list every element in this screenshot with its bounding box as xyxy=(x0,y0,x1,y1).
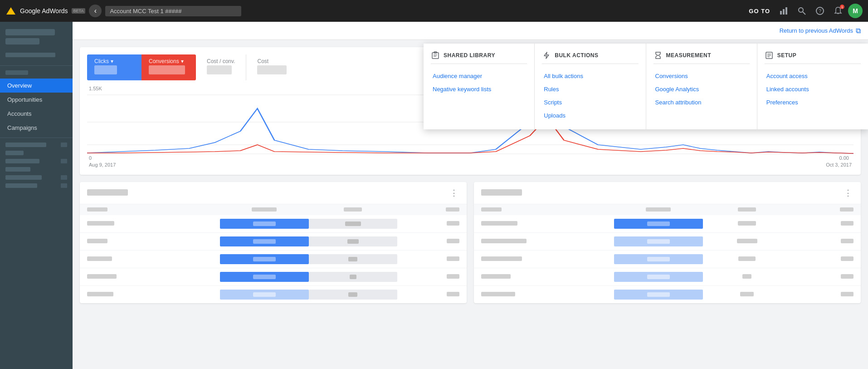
conversions-value xyxy=(149,65,185,77)
return-bar[interactable]: Return to previous AdWords ⧉ xyxy=(73,22,868,40)
preferences-link[interactable]: Preferences xyxy=(765,96,861,109)
chart-x-right: Oct 3, 2017 xyxy=(826,162,852,167)
notification-count: 1 xyxy=(840,5,844,9)
svg-marker-17 xyxy=(544,52,549,59)
accounts-col-3-header xyxy=(397,207,459,212)
campaigns-table-row[interactable] xyxy=(474,286,861,303)
rules-link[interactable]: Rules xyxy=(542,83,638,96)
help-icon-button[interactable]: ? xyxy=(812,3,828,19)
accounts-row1-col2 xyxy=(309,219,397,229)
measurement-header: MEASUREMENT xyxy=(653,51,750,64)
return-bar-text: Return to previous AdWords xyxy=(780,27,853,34)
setup-header: SETUP xyxy=(765,51,861,64)
sidebar-account-name-blur xyxy=(5,29,55,35)
sidebar-account-info xyxy=(0,25,73,51)
campaigns-card-title xyxy=(481,189,522,197)
blur-icon-1 xyxy=(61,143,67,147)
conversions-link[interactable]: Conversions xyxy=(653,69,750,83)
accounts-row4-col1 xyxy=(220,272,308,282)
sidebar-item-campaigns[interactable]: Campaigns xyxy=(0,121,73,135)
linked-accounts-link[interactable]: Linked accounts xyxy=(765,83,861,96)
conversions-metric-button[interactable]: Conversions ▾ xyxy=(141,54,196,80)
sidebar-search-blur xyxy=(5,53,55,57)
sidebar-item-overview[interactable]: Overview xyxy=(0,79,73,93)
account-name-display[interactable]: Account MCC Test 1 ##### xyxy=(105,6,241,16)
blur-row-5 xyxy=(5,175,42,180)
accounts-card: ⋮ xyxy=(80,182,467,303)
campaigns-table-row[interactable] xyxy=(474,233,861,251)
clicks-value-blur xyxy=(94,65,117,74)
accounts-row1-col3 xyxy=(447,221,459,226)
clicks-metric-button[interactable]: Clicks ▾ xyxy=(87,54,141,80)
sidebar-label-area xyxy=(0,69,73,79)
accounts-table-row[interactable] xyxy=(80,215,467,233)
accounts-table-row[interactable] xyxy=(80,286,467,303)
camp-col3-blur xyxy=(840,207,853,212)
logo-text: Google AdWords xyxy=(20,7,68,15)
lightning-icon xyxy=(542,51,551,59)
chart-x-left: Aug 9, 2017 xyxy=(89,162,116,167)
accounts-table-row[interactable] xyxy=(80,268,467,286)
sidebar-item-opportunities[interactable]: Opportunities xyxy=(0,93,73,107)
blur-row-1 xyxy=(5,143,46,147)
negative-keyword-lists-link[interactable]: Negative keyword lists xyxy=(431,83,527,96)
search-attribution-link[interactable]: Search attribution xyxy=(653,96,750,109)
uploads-link[interactable]: Uploads xyxy=(542,109,638,122)
campaigns-col-2-header xyxy=(703,207,791,212)
sidebar-collapse-button[interactable]: ‹ xyxy=(89,5,102,17)
search-icon-button[interactable] xyxy=(794,3,810,19)
stats-icon-button[interactable] xyxy=(775,3,792,19)
shared-library-header: SHARED LIBRARY xyxy=(431,51,527,64)
accounts-col-0-header xyxy=(87,207,220,212)
campaigns-card-menu-button[interactable]: ⋮ xyxy=(843,187,853,198)
campaigns-table-row[interactable] xyxy=(474,215,861,233)
campaigns-card-header: ⋮ xyxy=(474,182,861,204)
camp-row2-col2 xyxy=(737,239,757,243)
campaigns-table-row[interactable] xyxy=(474,268,861,286)
shared-library-icon xyxy=(431,51,440,60)
col2-blur xyxy=(344,207,362,212)
cost-per-conv-blur xyxy=(207,65,232,74)
accounts-row2-col1 xyxy=(220,236,308,246)
content-area: Return to previous AdWords ⧉ Clicks ▾ xyxy=(73,22,868,369)
scripts-link[interactable]: Scripts xyxy=(542,96,638,109)
sidebar-overview-label: Overview xyxy=(7,82,32,89)
camp-row3-col0 xyxy=(481,256,522,261)
accounts-row2-col3 xyxy=(447,239,459,243)
accounts-table-row[interactable] xyxy=(80,233,467,251)
measurement-section: MEASUREMENT Conversions Google Analytics… xyxy=(646,44,757,129)
sidebar-campaigns-label: Campaigns xyxy=(7,124,37,131)
accounts-card-menu-button[interactable]: ⋮ xyxy=(449,187,459,198)
campaigns-table-row[interactable] xyxy=(474,251,861,268)
all-bulk-actions-link[interactable]: All bulk actions xyxy=(542,69,638,83)
camp-row5-col1 xyxy=(614,290,702,300)
cost-per-conv-label: Cost / conv. xyxy=(207,58,235,64)
go-to-label: GO TO xyxy=(749,8,770,15)
blur-row-3 xyxy=(5,159,39,163)
blur-icon-2 xyxy=(61,159,67,163)
measurement-icon xyxy=(653,51,663,60)
sidebar-item-accounts[interactable]: Accounts xyxy=(0,107,73,121)
audience-manager-link[interactable]: Audience manager xyxy=(431,69,527,83)
bulk-actions-icon xyxy=(542,51,551,60)
campaigns-title-blur xyxy=(481,189,522,196)
notifications-button[interactable]: 1 xyxy=(830,3,846,19)
camp-row1-col2 xyxy=(738,221,756,226)
wrench-icon xyxy=(765,51,773,59)
accounts-row5-col2 xyxy=(309,290,397,300)
google-analytics-link[interactable]: Google Analytics xyxy=(653,83,750,96)
account-access-link[interactable]: Account access xyxy=(765,69,861,83)
user-avatar[interactable]: M xyxy=(848,4,863,18)
accounts-row5-col1 xyxy=(220,290,308,300)
cost-label: Cost xyxy=(257,58,287,64)
svg-text:?: ? xyxy=(819,8,821,14)
accounts-title-blur xyxy=(87,189,128,196)
camp-row2-col1 xyxy=(614,236,702,246)
accounts-row1-col0 xyxy=(87,221,114,226)
blur-row-2 xyxy=(5,151,24,155)
main-layout: Overview Opportunities Accounts Campaign… xyxy=(0,22,868,369)
camp-col2-blur xyxy=(738,207,756,212)
accounts-table-header xyxy=(80,204,467,215)
hourglass-icon xyxy=(654,51,662,59)
accounts-table-row[interactable] xyxy=(80,251,467,268)
